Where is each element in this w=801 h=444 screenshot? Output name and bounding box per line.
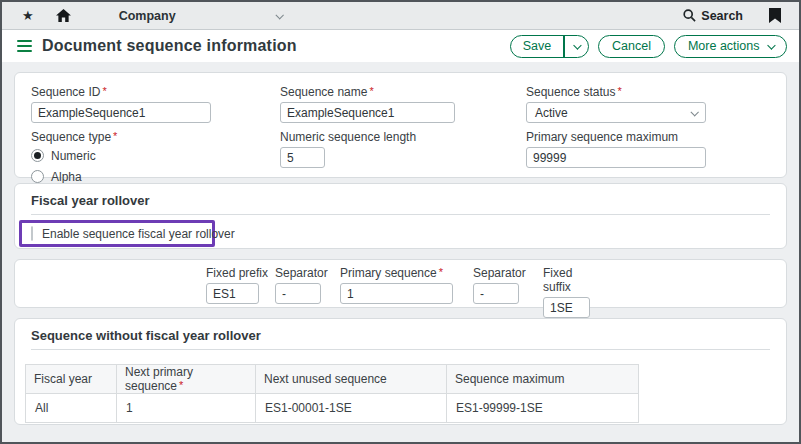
table-header-row: Fiscal year Next primary sequence* Next … [26,365,639,394]
primary-sequence-label: Primary sequence* [340,266,473,280]
fixed-prefix-label: Fixed prefix [206,266,275,280]
page-content: Sequence ID* Sequence type* Numeric Alph… [2,62,799,425]
search-icon [683,9,696,22]
chevron-down-icon [767,41,775,49]
separator-1-input[interactable] [275,283,321,304]
numeric-sequence-length-input[interactable] [280,147,325,168]
page-title: Document sequence information [42,37,297,55]
radio-alpha[interactable] [31,170,44,183]
col-next-unused-sequence: Next unused sequence [256,365,447,394]
radio-alpha-label: Alpha [51,170,82,184]
company-menu[interactable]: Company [119,9,282,23]
page-header: Document sequence information Save Cance… [2,30,799,62]
sequence-id-label: Sequence ID* [31,85,280,99]
fixed-prefix-input[interactable] [206,283,259,304]
primary-sequence-input[interactable] [340,283,453,304]
col-fiscal-year: Fiscal year [26,365,117,394]
section-divider [31,349,770,350]
sequence-without-rollover-card: Sequence without fiscal year rollover Fi… [14,318,787,425]
separator-2-input[interactable] [473,283,519,304]
cell-fiscal-year: All [26,394,117,423]
fixed-suffix-input[interactable] [543,297,590,318]
primary-sequence-maximum-input[interactable] [526,147,706,168]
sequence-table: Fiscal year Next primary sequence* Next … [25,364,639,423]
save-dropdown-button[interactable] [565,43,589,49]
fixed-suffix-label: Fixed suffix [543,266,593,294]
fiscal-year-rollover-card: Fiscal year rollover Enable sequence fis… [14,183,787,249]
enable-rollover-checkbox-label: Enable sequence fiscal year rollover [42,227,235,241]
table-row: All 1 ES1-00001-1SE ES1-99999-1SE [26,394,639,423]
cell-next-primary-sequence[interactable]: 1 [117,394,256,423]
chevron-down-icon [690,108,698,116]
sequence-status-select[interactable]: Active [526,102,706,123]
radio-numeric-label: Numeric [51,149,96,163]
sequence-status-label: Sequence status* [526,85,770,99]
primary-sequence-maximum-label: Primary sequence maximum [526,130,770,144]
cell-next-unused-sequence: ES1-00001-1SE [256,394,447,423]
section-divider [31,214,770,215]
general-info-card: Sequence ID* Sequence type* Numeric Alph… [14,72,787,178]
chevron-down-icon [275,11,283,19]
bookmark-icon[interactable] [769,8,781,23]
cell-sequence-maximum: ES1-99999-1SE [447,394,639,423]
more-actions-button[interactable]: More actions [674,35,787,58]
sequence-without-rollover-heading: Sequence without fiscal year rollover [31,328,770,343]
annotation-highlight-box: Enable sequence fiscal year rollover [19,220,215,247]
save-button[interactable]: Save [510,35,589,58]
header-actions: Save Cancel More actions [510,35,787,58]
sequence-status-value: Active [535,106,568,120]
separator-1-label: Separator [275,266,340,280]
home-icon[interactable] [56,9,71,23]
sequence-format-card: Fixed prefix Separator Primary sequence*… [14,259,787,308]
radio-numeric[interactable] [31,149,44,162]
save-button-label[interactable]: Save [511,39,564,53]
fiscal-year-rollover-heading: Fiscal year rollover [31,193,770,208]
top-navigation-bar: ★ Company Search [2,2,799,30]
enable-rollover-checkbox[interactable] [31,226,33,241]
sequence-type-numeric-option[interactable]: Numeric [31,147,280,164]
sequence-name-input[interactable] [280,102,455,123]
sequence-id-input[interactable] [31,102,211,123]
chevron-down-icon [573,41,581,49]
col-next-primary-sequence: Next primary sequence* [117,365,256,394]
cancel-button[interactable]: Cancel [598,35,665,58]
search-label: Search [701,9,743,23]
numeric-sequence-length-label: Numeric sequence length [280,130,526,144]
app-window: ★ Company Search Document sequence infor… [0,0,801,444]
sequence-type-label: Sequence type* [31,130,280,144]
company-menu-label: Company [119,9,176,23]
search-button[interactable]: Search [683,9,743,23]
separator-2-label: Separator [473,266,543,280]
favorites-star-icon[interactable]: ★ [22,8,34,23]
sequence-list-icon [17,37,32,54]
more-actions-label: More actions [688,39,760,53]
sequence-name-label: Sequence name* [280,85,526,99]
col-sequence-maximum: Sequence maximum [447,365,639,394]
